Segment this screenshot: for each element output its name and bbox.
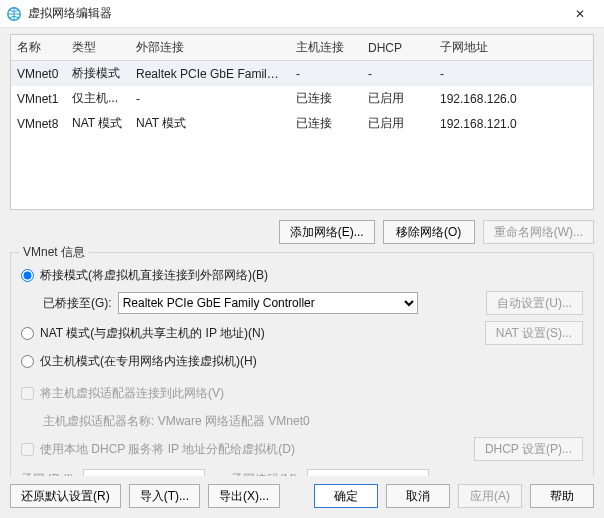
bridge-to-label: 已桥接至(G): <box>43 295 112 312</box>
vmnet-info-group: VMnet 信息 桥接模式(将虚拟机直接连接到外部网络)(B) 已桥接至(G):… <box>10 252 594 504</box>
check-host-adapter <box>21 387 34 400</box>
cell-dhcp: 已启用 <box>362 86 434 111</box>
cell-host: 已连接 <box>290 111 362 136</box>
cell-type: NAT 模式 <box>66 111 130 136</box>
ok-button[interactable]: 确定 <box>314 484 378 508</box>
cell-type: 桥接模式 <box>66 61 130 87</box>
cell-name: VMnet8 <box>11 111 66 136</box>
rename-network-button: 重命名网络(W)... <box>483 220 594 244</box>
radio-hostonly[interactable] <box>21 355 34 368</box>
table-header-row: 名称 类型 外部连接 主机连接 DHCP 子网地址 <box>11 35 593 61</box>
host-adapter-hint: 主机虚拟适配器名称: VMware 网络适配器 VMnet0 <box>43 413 310 430</box>
cell-dhcp: - <box>362 61 434 87</box>
cell-name: VMnet1 <box>11 86 66 111</box>
cancel-button[interactable]: 取消 <box>386 484 450 508</box>
add-network-button[interactable]: 添加网络(E)... <box>279 220 375 244</box>
group-legend: VMnet 信息 <box>19 244 89 261</box>
dialog-button-bar: 还原默认设置(R) 导入(T)... 导出(X)... 确定 取消 应用(A) … <box>0 476 604 518</box>
check-dhcp <box>21 443 34 456</box>
cell-name: VMnet0 <box>11 61 66 87</box>
dhcp-settings-button: DHCP 设置(P)... <box>474 437 583 461</box>
radio-hostonly-label[interactable]: 仅主机模式(在专用网络内连接虚拟机)(H) <box>40 353 257 370</box>
export-button[interactable]: 导出(X)... <box>208 484 280 508</box>
nat-settings-button: NAT 设置(S)... <box>485 321 583 345</box>
close-icon: ✕ <box>575 7 585 21</box>
col-name[interactable]: 名称 <box>11 35 66 61</box>
import-button[interactable]: 导入(T)... <box>129 484 200 508</box>
apply-button: 应用(A) <box>458 484 522 508</box>
network-table[interactable]: 名称 类型 外部连接 主机连接 DHCP 子网地址 VMnet0 桥接模式 Re… <box>10 34 594 210</box>
col-dhcp[interactable]: DHCP <box>362 35 434 61</box>
cell-subnet: - <box>434 61 593 87</box>
col-external[interactable]: 外部连接 <box>130 35 290 61</box>
cell-dhcp: 已启用 <box>362 111 434 136</box>
table-row[interactable]: VMnet1 仅主机... - 已连接 已启用 192.168.126.0 <box>11 86 593 111</box>
col-host[interactable]: 主机连接 <box>290 35 362 61</box>
radio-bridge[interactable] <box>21 269 34 282</box>
cell-external: Realtek PCIe GbE Family Co... <box>130 61 290 87</box>
close-button[interactable]: ✕ <box>564 3 596 25</box>
radio-bridge-label[interactable]: 桥接模式(将虚拟机直接连接到外部网络)(B) <box>40 267 268 284</box>
titlebar: 虚拟网络编辑器 ✕ <box>0 0 604 28</box>
cell-external: - <box>130 86 290 111</box>
col-subnet[interactable]: 子网地址 <box>434 35 593 61</box>
cell-subnet: 192.168.126.0 <box>434 86 593 111</box>
restore-defaults-button[interactable]: 还原默认设置(R) <box>10 484 121 508</box>
help-button[interactable]: 帮助 <box>530 484 594 508</box>
col-type[interactable]: 类型 <box>66 35 130 61</box>
table-row[interactable]: VMnet0 桥接模式 Realtek PCIe GbE Family Co..… <box>11 61 593 87</box>
cell-type: 仅主机... <box>66 86 130 111</box>
remove-network-button[interactable]: 移除网络(O) <box>383 220 475 244</box>
bridge-to-select[interactable]: Realtek PCIe GbE Family Controller <box>118 292 418 314</box>
table-row[interactable]: VMnet8 NAT 模式 NAT 模式 已连接 已启用 192.168.121… <box>11 111 593 136</box>
cell-host: 已连接 <box>290 86 362 111</box>
cell-external: NAT 模式 <box>130 111 290 136</box>
radio-nat[interactable] <box>21 327 34 340</box>
cell-host: - <box>290 61 362 87</box>
cell-subnet: 192.168.121.0 <box>434 111 593 136</box>
check-host-adapter-label: 将主机虚拟适配器连接到此网络(V) <box>40 385 224 402</box>
check-dhcp-label: 使用本地 DHCP 服务将 IP 地址分配给虚拟机(D) <box>40 441 295 458</box>
window-title: 虚拟网络编辑器 <box>28 5 564 22</box>
radio-nat-label[interactable]: NAT 模式(与虚拟机共享主机的 IP 地址)(N) <box>40 325 265 342</box>
globe-network-icon <box>6 6 22 22</box>
auto-settings-button: 自动设置(U)... <box>486 291 583 315</box>
